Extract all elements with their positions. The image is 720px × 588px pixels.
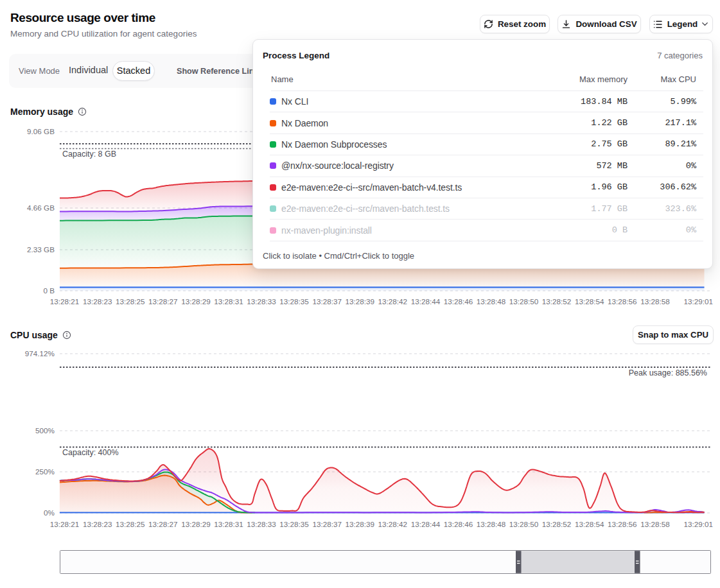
svg-text:Capacity: 8 GB: Capacity: 8 GB	[62, 150, 116, 159]
svg-text:13:28:31: 13:28:31	[214, 297, 243, 306]
svg-text:13:28:25: 13:28:25	[116, 520, 145, 528]
svg-text:13:28:44: 13:28:44	[411, 297, 441, 306]
svg-text:13:29:01: 13:29:01	[684, 297, 714, 306]
svg-text:9.06 GB: 9.06 GB	[27, 127, 55, 135]
svg-text:13:28:46: 13:28:46	[444, 297, 473, 306]
svg-text:13:28:29: 13:28:29	[181, 297, 211, 306]
svg-text:13:28:44: 13:28:44	[411, 520, 441, 528]
svg-text:13:28:39: 13:28:39	[345, 520, 374, 528]
svg-text:13:28:37: 13:28:37	[312, 520, 342, 528]
svg-text:13:28:33: 13:28:33	[247, 520, 276, 528]
svg-text:13:28:23: 13:28:23	[83, 520, 112, 528]
svg-text:13:28:52: 13:28:52	[542, 520, 572, 528]
svg-text:13:28:31: 13:28:31	[214, 520, 243, 528]
svg-text:13:28:21: 13:28:21	[50, 520, 80, 528]
svg-text:4.66 GB: 4.66 GB	[27, 203, 55, 212]
svg-text:13:28:29: 13:28:29	[181, 520, 211, 528]
svg-text:13:28:39: 13:28:39	[345, 297, 374, 306]
svg-text:2.33 GB: 2.33 GB	[27, 245, 55, 254]
svg-text:13:28:27: 13:28:27	[148, 297, 178, 306]
svg-text:13:28:42: 13:28:42	[378, 297, 408, 306]
svg-text:13:28:35: 13:28:35	[279, 520, 309, 528]
svg-text:Capacity: 400%: Capacity: 400%	[62, 448, 119, 457]
svg-text:13:28:42: 13:28:42	[378, 520, 408, 528]
svg-text:974.12%: 974.12%	[25, 349, 55, 358]
svg-text:13:28:56: 13:28:56	[608, 297, 637, 306]
svg-text:13:28:25: 13:28:25	[116, 297, 145, 306]
svg-text:13:28:48: 13:28:48	[477, 520, 506, 528]
svg-text:13:28:52: 13:28:52	[542, 297, 572, 306]
svg-text:500%: 500%	[35, 426, 55, 435]
svg-text:13:28:58: 13:28:58	[640, 520, 670, 528]
svg-text:13:28:54: 13:28:54	[575, 297, 604, 306]
svg-text:13:28:50: 13:28:50	[509, 297, 539, 306]
svg-text:13:28:21: 13:28:21	[50, 297, 80, 306]
svg-text:13:28:35: 13:28:35	[279, 297, 309, 306]
svg-text:13:28:48: 13:28:48	[477, 297, 506, 306]
svg-text:250%: 250%	[35, 467, 55, 476]
svg-text:13:28:56: 13:28:56	[608, 520, 637, 528]
svg-text:13:28:46: 13:28:46	[444, 520, 473, 528]
svg-text:0 B: 0 B	[43, 286, 55, 295]
svg-text:13:29:01: 13:29:01	[684, 520, 714, 528]
svg-text:13:28:33: 13:28:33	[247, 297, 276, 306]
svg-text:13:28:37: 13:28:37	[312, 297, 342, 306]
svg-text:13:28:54: 13:28:54	[575, 520, 604, 528]
svg-text:13:28:58: 13:28:58	[640, 297, 670, 306]
svg-text:13:28:50: 13:28:50	[509, 520, 539, 528]
svg-text:0%: 0%	[44, 508, 55, 517]
svg-text:13:28:23: 13:28:23	[83, 297, 112, 306]
svg-text:Peak usage: 885.56%: Peak usage: 885.56%	[629, 368, 707, 377]
svg-text:13:28:27: 13:28:27	[148, 520, 178, 528]
